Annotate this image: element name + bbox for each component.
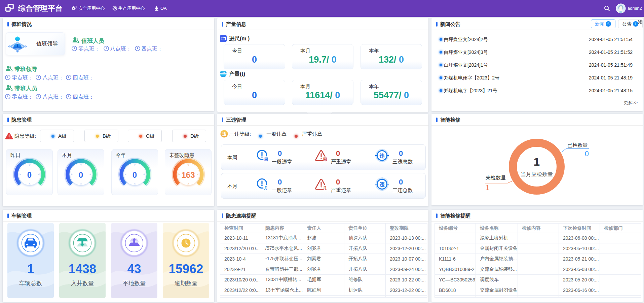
svg-text:违: 违 bbox=[380, 153, 385, 159]
svg-text:违: 违 bbox=[380, 181, 385, 187]
svg-text:违: 违 bbox=[222, 132, 226, 136]
